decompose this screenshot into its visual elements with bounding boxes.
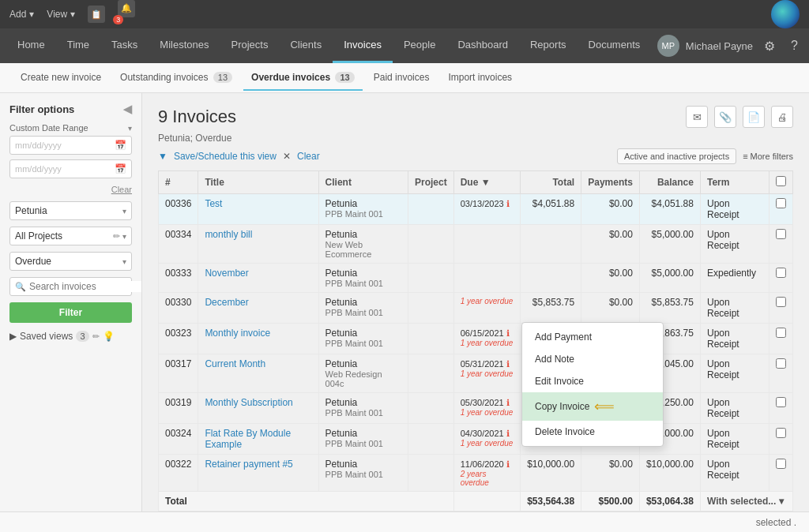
print-preview-icon[interactable]: 📄: [743, 106, 765, 128]
clear-date-link[interactable]: Clear: [111, 185, 132, 194]
table-row[interactable]: 00322 Retainer payment #5 PetuniaPPB Mai…: [159, 455, 793, 492]
filter-button[interactable]: Filter: [9, 302, 132, 323]
email-icon[interactable]: ✉: [686, 106, 708, 128]
cell-balance: $10,000.00: [639, 455, 700, 492]
more-filters-button[interactable]: ≡ More filters: [743, 152, 793, 161]
overdue-label: 1 year overdue: [461, 439, 514, 448]
clear-filter-link[interactable]: Clear: [297, 151, 320, 162]
nav-tasks[interactable]: Tasks: [100, 28, 149, 63]
add-button[interactable]: Add ▾: [9, 9, 34, 20]
row-checkbox[interactable]: [776, 268, 786, 278]
sidebar-collapse-icon[interactable]: ◀: [123, 103, 132, 115]
row-checkbox[interactable]: [776, 198, 786, 208]
with-selected-control[interactable]: With selected... ▾: [707, 496, 786, 507]
row-checkbox[interactable]: [776, 428, 786, 438]
export-icon[interactable]: 📎: [714, 106, 736, 128]
cell-title[interactable]: Monthly invoice: [198, 324, 318, 354]
cell-num: 00322: [159, 455, 198, 492]
cell-checkbox[interactable]: [769, 194, 793, 225]
nav-documents[interactable]: Documents: [578, 28, 652, 63]
table-row[interactable]: 00334 monthly bill PetuniaNew Web Ecomme…: [159, 225, 793, 264]
table-row[interactable]: 00336 Test PetuniaPPB Maint 001 03/13/20…: [159, 194, 793, 225]
cell-title[interactable]: November: [198, 264, 318, 293]
user-name[interactable]: Michael Payne: [686, 40, 753, 52]
saved-views-hint-icon[interactable]: 💡: [103, 331, 115, 342]
project-dropdown[interactable]: All Projects ✏ ▾: [9, 227, 132, 245]
cell-title[interactable]: Retainer payment #5: [198, 455, 318, 492]
calendar-start-icon[interactable]: 📅: [115, 140, 126, 151]
nav-invoices[interactable]: Invoices: [333, 28, 393, 63]
cell-title[interactable]: Current Month: [198, 354, 318, 393]
col-header-checkbox[interactable]: [769, 171, 793, 194]
cell-checkbox[interactable]: [769, 264, 793, 293]
view-button[interactable]: View ▾: [47, 9, 75, 20]
row-checkbox[interactable]: [776, 229, 786, 239]
cell-checkbox[interactable]: [769, 393, 793, 424]
help-icon[interactable]: ?: [786, 39, 803, 53]
date-range-chevron[interactable]: ▾: [128, 124, 132, 133]
notes-icon[interactable]: 📋: [88, 6, 105, 23]
nav-milestones[interactable]: Milestones: [149, 28, 220, 63]
nav-clients[interactable]: Clients: [279, 28, 333, 63]
bell-icon[interactable]: 🔔: [118, 0, 135, 17]
cell-title[interactable]: December: [198, 293, 318, 324]
cell-checkbox[interactable]: [769, 324, 793, 354]
select-all-checkbox[interactable]: [776, 176, 786, 186]
project-edit-icon[interactable]: ✏: [113, 231, 120, 242]
nav-home[interactable]: Home: [6, 28, 56, 63]
cell-project: [408, 424, 453, 455]
saved-views-section[interactable]: ▶ Saved views 3 ✏ 💡: [9, 331, 132, 342]
active-projects-toggle[interactable]: Active and inactive projects: [617, 148, 736, 164]
subnav-outstanding[interactable]: Outstanding invoices 13: [112, 66, 240, 91]
table-row[interactable]: 00324 Flat Rate By Module Example Petuni…: [159, 424, 793, 455]
row-checkbox[interactable]: [776, 358, 786, 369]
cell-checkbox[interactable]: [769, 424, 793, 455]
col-header-due[interactable]: Due ▼: [453, 171, 520, 194]
cell-title[interactable]: Test: [198, 194, 318, 225]
app-logo: [771, 0, 800, 28]
cell-checkbox[interactable]: [769, 293, 793, 324]
status-dropdown[interactable]: Overdue ▾: [9, 252, 132, 271]
subnav-create[interactable]: Create new invoice: [13, 66, 109, 91]
row-checkbox[interactable]: [776, 297, 786, 307]
client-dropdown[interactable]: Petunia ▾: [9, 201, 132, 220]
subnav-overdue[interactable]: Overdue invoices 13: [243, 66, 363, 91]
nav-dashboard[interactable]: Dashboard: [446, 28, 519, 63]
saved-views-count: 3: [76, 331, 88, 342]
search-invoices-input[interactable]: [29, 281, 142, 292]
save-schedule-link[interactable]: Save/Schedule this view: [174, 151, 277, 162]
cell-checkbox[interactable]: [769, 455, 793, 492]
context-menu-item[interactable]: Delete Invoice: [522, 421, 663, 443]
table-row[interactable]: 00319 Monthly Subscription PetuniaPPB Ma…: [159, 393, 793, 424]
print-icon[interactable]: 🖨: [771, 106, 793, 128]
nav-people[interactable]: People: [393, 28, 446, 63]
date-start-input[interactable]: mm/dd/yyyy 📅: [9, 136, 132, 155]
settings-icon[interactable]: ⚙: [759, 39, 780, 54]
cell-checkbox[interactable]: [769, 354, 793, 393]
context-menu-item[interactable]: Copy Invoice⟸: [522, 392, 663, 421]
status-value: Overdue: [15, 256, 51, 267]
row-checkbox[interactable]: [776, 459, 786, 469]
nav-time[interactable]: Time: [56, 28, 100, 63]
table-row[interactable]: 00330 December PetuniaPPB Maint 001 1 ye…: [159, 293, 793, 324]
row-checkbox[interactable]: [776, 328, 786, 338]
row-checkbox[interactable]: [776, 397, 786, 407]
context-menu-item[interactable]: Add Note: [522, 348, 663, 370]
cell-title[interactable]: Flat Rate By Module Example: [198, 424, 318, 455]
table-row[interactable]: 00323 Monthly invoice PetuniaPPB Maint 0…: [159, 324, 793, 354]
cell-title[interactable]: monthly bill: [198, 225, 318, 264]
context-menu-item[interactable]: Edit Invoice: [522, 370, 663, 392]
cell-checkbox[interactable]: [769, 225, 793, 264]
nav-reports[interactable]: Reports: [519, 28, 578, 63]
nav-projects[interactable]: Projects: [220, 28, 279, 63]
calendar-end-icon[interactable]: 📅: [115, 163, 126, 174]
table-row[interactable]: 00317 Current Month PetuniaWeb Redesign …: [159, 354, 793, 393]
cell-due: [453, 225, 520, 264]
date-end-input[interactable]: mm/dd/yyyy 📅: [9, 159, 132, 178]
subnav-import[interactable]: Import invoices: [440, 66, 520, 91]
table-row[interactable]: 00333 November PetuniaPPB Maint 001 $0.0…: [159, 264, 793, 293]
context-menu-item[interactable]: Add Payment: [522, 326, 663, 348]
cell-title[interactable]: Monthly Subscription: [198, 393, 318, 424]
subnav-paid[interactable]: Paid invoices: [366, 66, 438, 91]
saved-views-edit-icon[interactable]: ✏: [92, 332, 100, 342]
